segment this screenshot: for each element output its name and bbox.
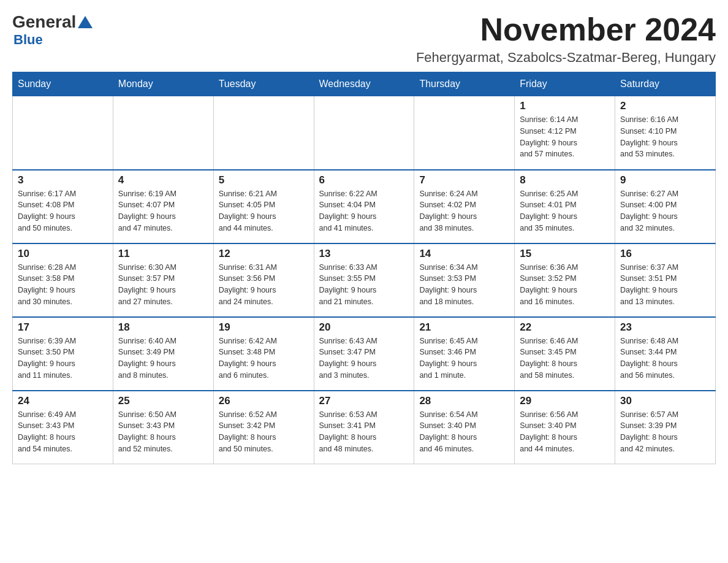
calendar-cell: 25Sunrise: 6:50 AMSunset: 3:43 PMDayligh… <box>113 391 213 464</box>
calendar-cell: 20Sunrise: 6:43 AMSunset: 3:47 PMDayligh… <box>314 317 414 391</box>
calendar-cell: 22Sunrise: 6:46 AMSunset: 3:45 PMDayligh… <box>515 317 615 391</box>
day-number: 26 <box>219 395 309 407</box>
weekday-header: Saturday <box>615 72 716 96</box>
calendar-cell: 12Sunrise: 6:31 AMSunset: 3:56 PMDayligh… <box>213 243 314 317</box>
day-info: Sunrise: 6:45 AMSunset: 3:46 PMDaylight:… <box>419 335 509 381</box>
day-info: Sunrise: 6:28 AMSunset: 3:58 PMDaylight:… <box>18 262 108 308</box>
day-info: Sunrise: 6:22 AMSunset: 4:04 PMDaylight:… <box>319 188 409 234</box>
calendar-cell: 16Sunrise: 6:37 AMSunset: 3:51 PMDayligh… <box>615 243 716 317</box>
day-info: Sunrise: 6:42 AMSunset: 3:48 PMDaylight:… <box>219 335 309 381</box>
day-number: 29 <box>520 395 610 407</box>
day-number: 14 <box>419 248 509 260</box>
calendar-cell <box>314 96 414 170</box>
day-info: Sunrise: 6:34 AMSunset: 3:53 PMDaylight:… <box>419 262 509 308</box>
weekday-header: Wednesday <box>314 72 414 96</box>
day-info: Sunrise: 6:54 AMSunset: 3:40 PMDaylight:… <box>419 409 509 455</box>
day-number: 12 <box>219 248 309 260</box>
calendar-cell: 8Sunrise: 6:25 AMSunset: 4:01 PMDaylight… <box>515 170 615 243</box>
calendar-cell: 9Sunrise: 6:27 AMSunset: 4:00 PMDaylight… <box>615 170 716 243</box>
day-number: 1 <box>520 100 610 112</box>
day-info: Sunrise: 6:40 AMSunset: 3:49 PMDaylight:… <box>118 335 208 381</box>
day-info: Sunrise: 6:46 AMSunset: 3:45 PMDaylight:… <box>520 335 610 381</box>
day-number: 16 <box>620 248 710 260</box>
day-number: 25 <box>118 395 208 407</box>
calendar-cell: 30Sunrise: 6:57 AMSunset: 3:39 PMDayligh… <box>615 391 716 464</box>
calendar-cell <box>414 96 515 170</box>
page-header: General Blue November 2024 Fehergyarmat,… <box>12 12 716 66</box>
day-number: 8 <box>520 174 610 186</box>
day-info: Sunrise: 6:36 AMSunset: 3:52 PMDaylight:… <box>520 262 610 308</box>
calendar-cell: 13Sunrise: 6:33 AMSunset: 3:55 PMDayligh… <box>314 243 414 317</box>
calendar-cell: 4Sunrise: 6:19 AMSunset: 4:07 PMDaylight… <box>113 170 213 243</box>
day-info: Sunrise: 6:30 AMSunset: 3:57 PMDaylight:… <box>118 262 208 308</box>
weekday-header: Monday <box>113 72 213 96</box>
month-title: November 2024 <box>416 12 716 47</box>
logo-blue: Blue <box>13 32 43 48</box>
day-info: Sunrise: 6:17 AMSunset: 4:08 PMDaylight:… <box>18 188 108 234</box>
calendar-cell: 18Sunrise: 6:40 AMSunset: 3:49 PMDayligh… <box>113 317 213 391</box>
calendar-cell: 1Sunrise: 6:14 AMSunset: 4:12 PMDaylight… <box>515 96 615 170</box>
calendar-cell: 5Sunrise: 6:21 AMSunset: 4:05 PMDaylight… <box>213 170 314 243</box>
day-number: 3 <box>18 174 108 186</box>
day-info: Sunrise: 6:21 AMSunset: 4:05 PMDaylight:… <box>219 188 309 234</box>
day-number: 7 <box>419 174 509 186</box>
calendar-cell: 29Sunrise: 6:56 AMSunset: 3:40 PMDayligh… <box>515 391 615 464</box>
day-number: 15 <box>520 248 610 260</box>
day-info: Sunrise: 6:16 AMSunset: 4:10 PMDaylight:… <box>620 114 710 160</box>
calendar-cell <box>213 96 314 170</box>
day-info: Sunrise: 6:57 AMSunset: 3:39 PMDaylight:… <box>620 409 710 455</box>
calendar-cell: 27Sunrise: 6:53 AMSunset: 3:41 PMDayligh… <box>314 391 414 464</box>
day-info: Sunrise: 6:14 AMSunset: 4:12 PMDaylight:… <box>520 114 610 160</box>
calendar-cell: 7Sunrise: 6:24 AMSunset: 4:02 PMDaylight… <box>414 170 515 243</box>
weekday-header: Thursday <box>414 72 515 96</box>
weekday-header: Sunday <box>13 72 113 96</box>
calendar-cell: 15Sunrise: 6:36 AMSunset: 3:52 PMDayligh… <box>515 243 615 317</box>
day-number: 6 <box>319 174 409 186</box>
calendar-cell <box>13 96 113 170</box>
day-number: 21 <box>419 321 509 334</box>
logo-general: General <box>12 12 76 32</box>
calendar-cell: 2Sunrise: 6:16 AMSunset: 4:10 PMDaylight… <box>615 96 716 170</box>
day-number: 10 <box>18 248 108 260</box>
day-info: Sunrise: 6:53 AMSunset: 3:41 PMDaylight:… <box>319 409 409 455</box>
calendar-cell: 10Sunrise: 6:28 AMSunset: 3:58 PMDayligh… <box>13 243 113 317</box>
day-info: Sunrise: 6:39 AMSunset: 3:50 PMDaylight:… <box>18 335 108 381</box>
day-number: 4 <box>118 174 208 186</box>
calendar-cell <box>113 96 213 170</box>
day-number: 13 <box>319 248 409 260</box>
day-info: Sunrise: 6:37 AMSunset: 3:51 PMDaylight:… <box>620 262 710 308</box>
calendar-cell: 17Sunrise: 6:39 AMSunset: 3:50 PMDayligh… <box>13 317 113 391</box>
day-number: 9 <box>620 174 710 186</box>
day-info: Sunrise: 6:19 AMSunset: 4:07 PMDaylight:… <box>118 188 208 234</box>
day-info: Sunrise: 6:31 AMSunset: 3:56 PMDaylight:… <box>219 262 309 308</box>
day-number: 19 <box>219 321 309 334</box>
day-info: Sunrise: 6:52 AMSunset: 3:42 PMDaylight:… <box>219 409 309 455</box>
calendar-cell: 6Sunrise: 6:22 AMSunset: 4:04 PMDaylight… <box>314 170 414 243</box>
calendar-cell: 28Sunrise: 6:54 AMSunset: 3:40 PMDayligh… <box>414 391 515 464</box>
day-info: Sunrise: 6:43 AMSunset: 3:47 PMDaylight:… <box>319 335 409 381</box>
day-number: 20 <box>319 321 409 334</box>
day-number: 24 <box>18 395 108 407</box>
calendar-cell: 19Sunrise: 6:42 AMSunset: 3:48 PMDayligh… <box>213 317 314 391</box>
day-number: 30 <box>620 395 710 407</box>
day-number: 22 <box>520 321 610 334</box>
day-number: 2 <box>620 100 710 112</box>
calendar-cell: 14Sunrise: 6:34 AMSunset: 3:53 PMDayligh… <box>414 243 515 317</box>
day-number: 23 <box>620 321 710 334</box>
location: Fehergyarmat, Szabolcs-Szatmar-Bereg, Hu… <box>416 50 716 66</box>
day-number: 5 <box>219 174 309 186</box>
day-number: 17 <box>18 321 108 334</box>
day-info: Sunrise: 6:25 AMSunset: 4:01 PMDaylight:… <box>520 188 610 234</box>
day-info: Sunrise: 6:48 AMSunset: 3:44 PMDaylight:… <box>620 335 710 381</box>
weekday-header: Friday <box>515 72 615 96</box>
calendar-cell: 26Sunrise: 6:52 AMSunset: 3:42 PMDayligh… <box>213 391 314 464</box>
day-number: 27 <box>319 395 409 407</box>
day-info: Sunrise: 6:50 AMSunset: 3:43 PMDaylight:… <box>118 409 208 455</box>
day-number: 28 <box>419 395 509 407</box>
title-section: November 2024 Fehergyarmat, Szabolcs-Sza… <box>416 12 716 66</box>
calendar-cell: 24Sunrise: 6:49 AMSunset: 3:43 PMDayligh… <box>13 391 113 464</box>
day-number: 11 <box>118 248 208 260</box>
day-info: Sunrise: 6:24 AMSunset: 4:02 PMDaylight:… <box>419 188 509 234</box>
day-info: Sunrise: 6:49 AMSunset: 3:43 PMDaylight:… <box>18 409 108 455</box>
weekday-header: Tuesday <box>213 72 314 96</box>
